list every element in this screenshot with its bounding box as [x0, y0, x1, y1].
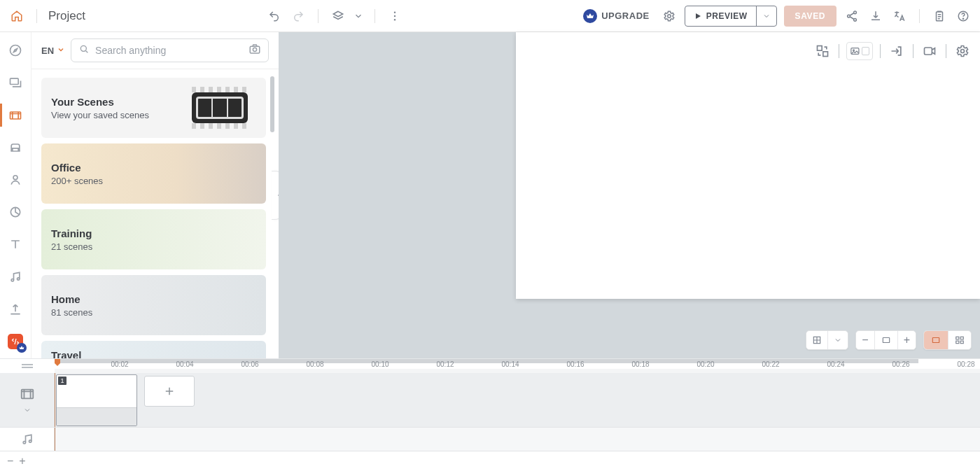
scrollbar[interactable] [270, 76, 274, 132]
svg-rect-31 [956, 341, 959, 344]
single-view-button[interactable] [924, 331, 948, 349]
chevron-down-icon[interactable] [827, 331, 848, 349]
upgrade-button[interactable]: UPGRADE [583, 9, 650, 23]
svg-rect-30 [960, 337, 963, 339]
scene-clip[interactable]: 1 [56, 374, 137, 426]
rail-stock[interactable] [0, 333, 31, 350]
canvas-area[interactable]: − + [279, 32, 980, 358]
svg-point-19 [253, 48, 256, 51]
grid-icon[interactable] [806, 331, 827, 349]
zoom-out-button[interactable]: − [856, 331, 874, 349]
svg-point-1 [393, 15, 395, 16]
timeline-ruler[interactable]: 00:0200:0400:0600:0800:1000:1200:1400:16… [55, 359, 980, 373]
card-title: Office [51, 162, 256, 174]
rail-characters[interactable] [0, 171, 31, 188]
playhead[interactable] [55, 359, 60, 366]
card-home[interactable]: Home 81 scenes [41, 275, 266, 335]
card-travel[interactable]: Travel [41, 341, 266, 358]
enter-icon[interactable] [888, 42, 906, 60]
clipboard-icon[interactable] [931, 8, 948, 24]
rail-charts[interactable] [0, 204, 31, 220]
ruler-tick: 00:18 [631, 360, 649, 368]
preview-button[interactable]: PREVIEW [685, 6, 777, 27]
scene-track[interactable]: 1 [55, 373, 980, 428]
timeline-footer: − + [0, 451, 980, 471]
view-mode [923, 330, 972, 350]
rail-upload[interactable] [0, 301, 31, 318]
divider [839, 44, 839, 58]
share-icon[interactable] [844, 8, 860, 24]
more-icon[interactable] [386, 8, 403, 24]
card-your-scenes[interactable]: Your Scenes View your saved scenes [41, 78, 266, 138]
grid-menu[interactable] [806, 330, 848, 350]
rail [0, 32, 31, 358]
chevron-down-icon [57, 45, 65, 56]
rail-text[interactable] [0, 236, 31, 253]
fit-icon[interactable] [874, 331, 897, 349]
rail-templates[interactable] [0, 74, 31, 91]
scene-track-header[interactable] [0, 373, 55, 428]
timeline-zoom-out[interactable]: − [7, 455, 13, 468]
rail-props[interactable] [0, 139, 31, 156]
search-input[interactable] [95, 45, 243, 56]
divider [374, 9, 375, 23]
ruler-tick: 00:28 [957, 360, 974, 368]
svg-rect-28 [932, 338, 939, 343]
home-icon[interactable] [8, 8, 25, 24]
ruler-tick: 00:22 [762, 360, 779, 368]
svg-point-10 [10, 45, 21, 56]
help-icon[interactable] [955, 8, 972, 24]
layers-chevron-icon[interactable] [354, 8, 363, 24]
ruler-tick: 00:12 [436, 360, 454, 368]
playhead-line [55, 373, 55, 428]
card-title: Travel [51, 349, 256, 359]
timeline: 00:0200:0400:0600:0800:1000:1200:1400:16… [0, 358, 980, 471]
background-picker[interactable] [846, 42, 873, 60]
language-selector[interactable]: EN [41, 45, 65, 56]
card-subtitle: 200+ scenes [51, 176, 256, 186]
settings-icon[interactable] [661, 8, 678, 24]
search-icon [78, 43, 90, 57]
topbar: Project UPGRADE PREVIEW SAVED [0, 0, 980, 32]
replace-background-icon[interactable] [813, 42, 832, 60]
download-icon[interactable] [867, 8, 884, 24]
card-training[interactable]: Training 21 scenes [41, 209, 266, 269]
color-swatch [862, 47, 869, 55]
camera-icon[interactable] [248, 43, 261, 58]
add-scene-button[interactable] [144, 376, 195, 407]
rail-audio[interactable] [0, 268, 31, 285]
audio-track[interactable] [55, 428, 980, 451]
audio-track-header[interactable] [0, 428, 55, 451]
scene-settings-icon[interactable] [953, 42, 972, 60]
layers-icon[interactable] [330, 8, 346, 24]
svg-point-2 [393, 19, 395, 20]
redo-icon[interactable] [290, 8, 307, 24]
zoom-in-button[interactable]: + [897, 331, 916, 349]
divider [36, 9, 37, 23]
translate-icon[interactable] [891, 8, 908, 24]
library-panel: EN Your Scenes View your saved scenes Of… [31, 32, 279, 358]
clip-number: 1 [58, 377, 66, 385]
grid-view-button[interactable] [948, 331, 971, 349]
clip-footer [57, 407, 136, 426]
canvas[interactable] [516, 32, 980, 299]
ruler-tick: 00:08 [306, 360, 323, 368]
svg-point-23 [853, 50, 855, 51]
card-office[interactable]: Office 200+ scenes [41, 143, 266, 204]
timeline-grip[interactable] [0, 359, 55, 373]
video-icon[interactable] [920, 42, 939, 60]
film-icon [178, 82, 262, 134]
library-list[interactable]: Your Scenes View your saved scenes Offic… [31, 69, 279, 358]
rail-explore[interactable] [0, 42, 31, 59]
svg-rect-24 [925, 48, 932, 55]
ruler-tick: 00:14 [501, 360, 519, 368]
project-title[interactable]: Project [48, 9, 85, 23]
timeline-zoom-in[interactable]: + [19, 455, 25, 468]
saved-label: SAVED [795, 11, 825, 21]
svg-point-35 [29, 440, 31, 442]
preview-chevron-icon[interactable] [756, 6, 776, 26]
undo-icon[interactable] [266, 8, 283, 24]
ruler-tick: 00:20 [696, 360, 714, 368]
main: EN Your Scenes View your saved scenes Of… [0, 32, 980, 358]
rail-scenes[interactable] [0, 106, 31, 123]
